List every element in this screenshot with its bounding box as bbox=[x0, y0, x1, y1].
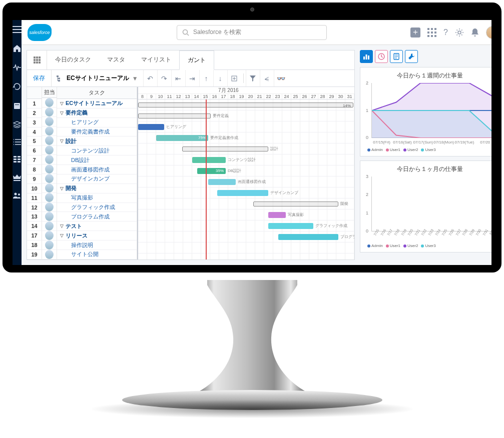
task-cell[interactable]: サイト公開 bbox=[57, 250, 137, 260]
gantt-bar[interactable] bbox=[138, 124, 164, 130]
task-cell[interactable]: 画面遷移図作成 bbox=[57, 165, 137, 174]
home-icon[interactable] bbox=[13, 44, 22, 53]
assignee-avatar[interactable] bbox=[45, 164, 54, 174]
task-cell[interactable]: ▽リリース bbox=[57, 231, 137, 240]
task-cell[interactable]: コンテンツ設計 bbox=[57, 146, 137, 156]
clock-button[interactable] bbox=[375, 50, 388, 63]
tab-mylist[interactable]: マイリスト bbox=[133, 50, 179, 70]
gantt-bar[interactable] bbox=[138, 114, 211, 118]
gantt-row[interactable]: 設計 bbox=[138, 144, 354, 154]
book-icon[interactable] bbox=[13, 102, 21, 110]
indent-button[interactable]: ⇥ bbox=[185, 70, 199, 86]
redo-button[interactable]: ↷ bbox=[157, 70, 171, 86]
assignee-avatar[interactable] bbox=[45, 240, 54, 250]
gantt-row[interactable]: 14% bbox=[138, 100, 354, 110]
task-cell[interactable]: ▽要件定義 bbox=[57, 108, 137, 118]
gantt-row[interactable]: 35%DB設計 bbox=[138, 166, 354, 176]
gantt-bar[interactable] bbox=[217, 190, 268, 196]
gantt-bar[interactable] bbox=[268, 212, 286, 218]
gantt-bar[interactable] bbox=[192, 157, 226, 163]
gantt-row[interactable]: コンテンツ設計 bbox=[138, 154, 354, 166]
refresh-icon[interactable] bbox=[13, 82, 22, 91]
task-cell[interactable]: DB設計 bbox=[57, 156, 137, 165]
assignee-avatar[interactable] bbox=[45, 98, 54, 107]
doc-button[interactable] bbox=[390, 50, 403, 63]
assignee-avatar[interactable] bbox=[45, 184, 54, 192]
task-cell[interactable]: ▽ECサイトリニューアル bbox=[57, 99, 137, 108]
user-avatar[interactable] bbox=[486, 26, 491, 39]
assignee-avatar[interactable] bbox=[45, 136, 54, 145]
crown-icon[interactable] bbox=[13, 174, 22, 181]
assignee-avatar[interactable] bbox=[45, 222, 54, 230]
filter-button[interactable] bbox=[246, 70, 260, 86]
gantt-bar[interactable] bbox=[208, 179, 236, 185]
task-cell[interactable]: デザインカンプ bbox=[57, 174, 137, 184]
gantt-row[interactable]: プログラム作成 bbox=[138, 232, 354, 242]
assignee-avatar[interactable] bbox=[45, 250, 54, 259]
add-icon[interactable]: ＋ bbox=[410, 28, 420, 38]
outdent-button[interactable]: ⇤ bbox=[171, 70, 185, 86]
task-cell[interactable]: グラフィック作成 bbox=[57, 203, 137, 212]
gantt-row[interactable]: グラフィック作成 bbox=[138, 220, 354, 232]
assignee-avatar[interactable] bbox=[45, 126, 54, 136]
task-cell[interactable]: 要件定義書作成 bbox=[57, 128, 137, 137]
assignee-avatar[interactable] bbox=[45, 155, 54, 164]
gantt-bar[interactable]: 14% bbox=[138, 102, 353, 108]
help-icon[interactable]: ? bbox=[443, 28, 448, 37]
salesforce-logo[interactable]: salesforce bbox=[28, 24, 52, 41]
view-grid-icon[interactable] bbox=[27, 50, 47, 70]
link-button[interactable]: ⪪ bbox=[260, 70, 274, 86]
project-selector[interactable]: ECサイトリニューアル ▼ bbox=[52, 74, 143, 82]
task-cell[interactable]: 操作説明 bbox=[57, 240, 137, 250]
task-cell[interactable]: ▽開発 bbox=[57, 184, 137, 194]
people-icon[interactable] bbox=[13, 192, 22, 199]
tab-gantt[interactable]: ガント bbox=[179, 50, 214, 70]
gantt-bar[interactable]: 35% bbox=[197, 168, 226, 174]
assignee-avatar[interactable] bbox=[45, 108, 54, 116]
assignee-avatar[interactable] bbox=[45, 202, 54, 212]
menu-icon[interactable] bbox=[13, 26, 22, 33]
apps-icon[interactable] bbox=[427, 28, 436, 37]
gantt-row[interactable]: 要件定義 bbox=[138, 110, 354, 122]
save-button[interactable]: 保存 bbox=[27, 70, 52, 86]
gantt-timeline[interactable]: 7月 2016 89101112131415161718192021222324… bbox=[138, 87, 354, 260]
gantt-row[interactable]: 75%要件定義書作成 bbox=[138, 132, 354, 144]
gantt-row[interactable]: 画面遷移図作成 bbox=[138, 176, 354, 188]
search-input[interactable]: Salesforce を検索 bbox=[177, 25, 327, 40]
assignee-avatar[interactable] bbox=[45, 212, 54, 221]
gantt-row[interactable]: 開発 bbox=[138, 198, 354, 210]
chart-view-button[interactable] bbox=[360, 50, 373, 63]
move-up-button[interactable]: ↑ bbox=[199, 70, 213, 86]
grid-icon[interactable] bbox=[14, 156, 21, 163]
gantt-bar[interactable]: 75% bbox=[156, 135, 208, 141]
gantt-row[interactable]: デザインカンプ bbox=[138, 188, 354, 198]
gantt-bar[interactable] bbox=[268, 223, 313, 229]
assignee-avatar[interactable] bbox=[45, 231, 54, 240]
gantt-bar[interactable] bbox=[253, 202, 338, 206]
assignee-avatar[interactable] bbox=[45, 193, 54, 202]
move-down-button[interactable]: ↓ bbox=[213, 70, 227, 86]
gantt-row[interactable] bbox=[138, 254, 354, 260]
task-cell[interactable]: ▽テスト bbox=[57, 222, 137, 231]
task-cell[interactable]: プログラム作成 bbox=[57, 212, 137, 222]
activity-icon[interactable] bbox=[13, 64, 22, 71]
undo-button[interactable]: ↶ bbox=[143, 70, 157, 86]
list-icon[interactable] bbox=[13, 139, 21, 145]
layers-icon[interactable] bbox=[13, 121, 22, 128]
task-cell[interactable]: 写真撮影 bbox=[57, 194, 137, 203]
assignee-avatar[interactable] bbox=[45, 174, 54, 183]
gantt-row[interactable]: ヒアリング bbox=[138, 122, 354, 132]
bell-icon[interactable] bbox=[471, 28, 479, 37]
view-button[interactable]: 👓 bbox=[274, 70, 288, 86]
gantt-row[interactable] bbox=[138, 242, 354, 254]
gear-icon[interactable] bbox=[455, 28, 464, 37]
assignee-avatar[interactable] bbox=[45, 146, 54, 154]
assignee-avatar[interactable] bbox=[45, 117, 54, 126]
task-cell[interactable]: ヒアリング bbox=[57, 118, 137, 128]
insert-button[interactable] bbox=[227, 70, 241, 86]
tab-master[interactable]: マスタ bbox=[99, 50, 133, 70]
wrench-button[interactable] bbox=[405, 50, 418, 63]
gantt-bar[interactable] bbox=[182, 146, 268, 152]
tab-today[interactable]: 今日のタスク bbox=[47, 50, 99, 70]
gantt-row[interactable]: 写真撮影 bbox=[138, 210, 354, 220]
